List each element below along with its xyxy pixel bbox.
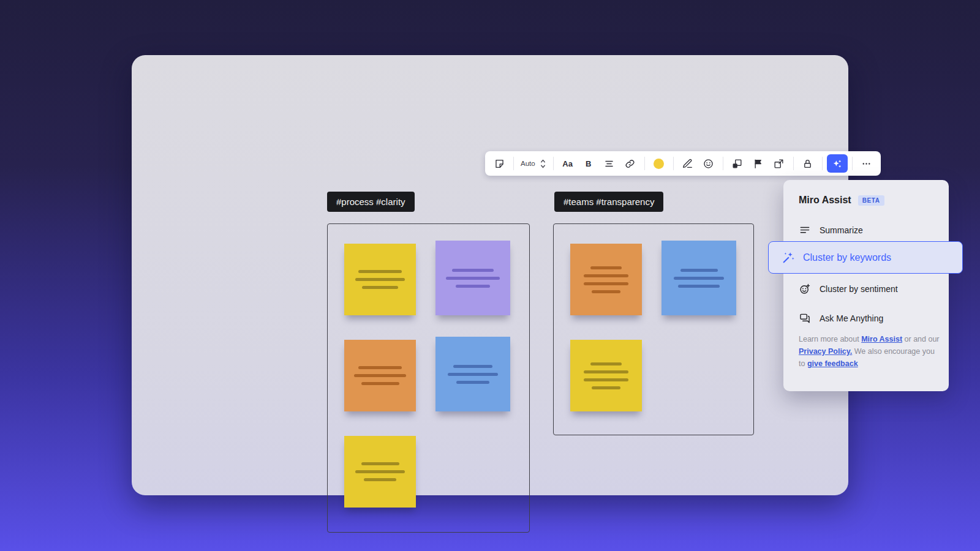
sticky-note-orange[interactable] bbox=[570, 244, 642, 315]
note-text-scribble bbox=[674, 277, 725, 280]
sticky-note-blue[interactable] bbox=[662, 241, 736, 315]
pen-icon bbox=[682, 158, 693, 170]
link-button[interactable] bbox=[620, 154, 640, 173]
align-icon bbox=[603, 158, 615, 170]
sticky-note-yellow[interactable] bbox=[344, 244, 416, 315]
note-text-scribble bbox=[456, 285, 490, 288]
assist-item-cluster-by-sentiment[interactable]: Cluster by sentiment bbox=[799, 277, 898, 301]
convert-shape-button[interactable] bbox=[728, 154, 747, 173]
note-text-scribble bbox=[592, 290, 620, 293]
toolbar-divider bbox=[513, 157, 514, 170]
summarize-icon bbox=[799, 224, 811, 236]
note-text-scribble bbox=[358, 270, 402, 273]
chat-icon bbox=[799, 312, 811, 324]
note-text-scribble bbox=[361, 462, 399, 465]
open-frame-button[interactable] bbox=[769, 154, 789, 173]
footer-text: Learn more about bbox=[799, 335, 861, 343]
toolbar-divider bbox=[822, 157, 823, 170]
note-text-scribble bbox=[584, 378, 628, 381]
note-text-scribble bbox=[448, 373, 499, 376]
beta-badge: BETA bbox=[858, 195, 884, 206]
cluster-tag[interactable]: #process #clarity bbox=[327, 192, 415, 212]
emoji-icon bbox=[703, 158, 714, 170]
assist-item-ask-me-anything[interactable]: Ask Me Anything bbox=[799, 306, 883, 331]
assist-item-label: Cluster by sentiment bbox=[820, 284, 898, 294]
note-text-scribble bbox=[364, 478, 396, 481]
assist-item-label: Summarize bbox=[820, 225, 863, 235]
note-text-scribble bbox=[590, 266, 622, 269]
assist-footer-text: Learn more about Miro Assist or and our … bbox=[799, 333, 941, 370]
note-text-scribble bbox=[590, 362, 622, 365]
yellow-color-swatch-icon bbox=[654, 159, 664, 169]
note-text-scribble bbox=[362, 286, 399, 289]
footer-link-miro-assist[interactable]: Miro Assist bbox=[861, 335, 902, 343]
bold-button[interactable]: B bbox=[579, 154, 598, 173]
note-text-scribble bbox=[453, 365, 492, 368]
toolbar-divider bbox=[673, 157, 674, 170]
note-text-scribble bbox=[456, 381, 489, 384]
note-text-scribble bbox=[355, 278, 405, 281]
stepper-arrows-icon[interactable] bbox=[540, 157, 546, 170]
assist-item-cluster-by-keywords[interactable]: Cluster by keywords bbox=[768, 241, 963, 274]
sticky-note-tool[interactable] bbox=[489, 154, 509, 173]
sticky-note-toolbar: AutoAaB bbox=[485, 151, 881, 176]
font-size-value: Auto bbox=[521, 160, 535, 167]
toolbar-divider bbox=[644, 157, 645, 170]
font-style-button[interactable]: Aa bbox=[558, 154, 578, 173]
panel-title: Miro Assist bbox=[799, 195, 851, 206]
text-align-button[interactable] bbox=[600, 154, 619, 173]
tag-button[interactable] bbox=[748, 154, 768, 173]
assist-item-summarize[interactable]: Summarize bbox=[799, 218, 863, 242]
note-text-scribble bbox=[680, 269, 718, 272]
sticky-note-blue[interactable] bbox=[435, 337, 510, 411]
lock-button[interactable] bbox=[798, 154, 818, 173]
note-text-scribble bbox=[354, 374, 406, 377]
toolbar-divider bbox=[793, 157, 794, 170]
font-size-auto-stepper[interactable]: Auto bbox=[518, 154, 549, 173]
note-text-scribble bbox=[355, 470, 405, 473]
note-text-scribble bbox=[446, 277, 500, 280]
note-text-scribble bbox=[584, 370, 628, 373]
note-text-scribble bbox=[358, 366, 401, 369]
pen-button[interactable] bbox=[678, 154, 698, 173]
sentiment-icon bbox=[799, 283, 811, 295]
note-text-scribble bbox=[452, 269, 493, 272]
assist-item-label: Ask Me Anything bbox=[820, 313, 883, 323]
more-options-button[interactable] bbox=[857, 154, 876, 173]
toolbar-divider bbox=[723, 157, 723, 170]
sticky-note-yellow[interactable] bbox=[570, 340, 642, 411]
open-frame-icon bbox=[773, 158, 785, 170]
flag-icon bbox=[752, 158, 764, 170]
sticky-note-orange[interactable] bbox=[344, 340, 416, 411]
ai-sparkle-icon bbox=[831, 158, 843, 170]
note-text-scribble bbox=[584, 274, 629, 277]
convert-shape-icon bbox=[731, 158, 743, 170]
toolbar-divider bbox=[852, 157, 853, 170]
note-text-scribble bbox=[592, 386, 620, 389]
miro-assist-panel: Miro Assist BETA SummarizeCluster by key… bbox=[783, 180, 949, 391]
sticky-note-purple[interactable] bbox=[435, 241, 510, 315]
cluster-tag[interactable]: #teams #transparency bbox=[554, 192, 663, 212]
more-icon bbox=[861, 158, 872, 170]
footer-link-privacy-policy[interactable]: Privacy Policy. bbox=[799, 347, 852, 356]
miro-assist-button[interactable] bbox=[827, 154, 848, 173]
lock-icon bbox=[802, 158, 813, 170]
emoji-button[interactable] bbox=[699, 154, 718, 173]
link-icon bbox=[624, 158, 636, 170]
bold-button-label: B bbox=[586, 159, 591, 168]
note-text-scribble bbox=[584, 282, 629, 285]
whiteboard-canvas[interactable]: AutoAaB #process #clarity#teams #transpa… bbox=[132, 55, 848, 495]
note-color-button[interactable] bbox=[649, 154, 669, 173]
footer-link-give-feedback[interactable]: give feedback bbox=[807, 359, 858, 368]
magic-wand-icon bbox=[782, 251, 795, 264]
sticky-note-icon bbox=[494, 158, 505, 170]
toolbar-divider bbox=[553, 157, 554, 170]
note-text-scribble bbox=[678, 285, 719, 288]
footer-text: or and our bbox=[902, 335, 939, 343]
assist-panel-header: Miro Assist BETA bbox=[799, 195, 884, 206]
assist-item-label: Cluster by keywords bbox=[803, 252, 891, 263]
sticky-note-yellow[interactable] bbox=[344, 436, 416, 508]
font-style-button-label: Aa bbox=[562, 159, 573, 168]
note-text-scribble bbox=[361, 382, 399, 385]
